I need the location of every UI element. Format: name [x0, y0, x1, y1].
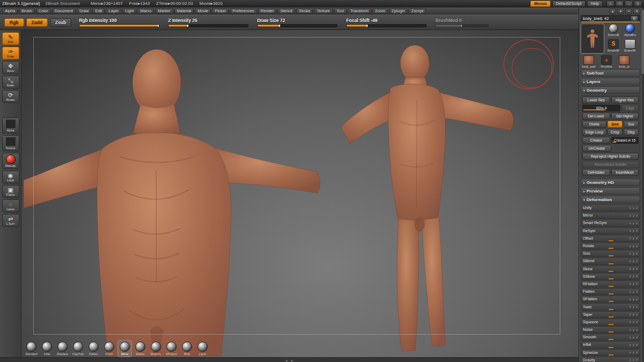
- slider-z-intensity-25[interactable]: Z Intensity 25: [168, 18, 248, 27]
- brush-blob[interactable]: Blob: [180, 341, 194, 357]
- reproject-higher-subdiv-button[interactable]: Reproject Higher Subdiv: [582, 153, 639, 160]
- window-control-icon[interactable]: ‹!›: [606, 1, 614, 7]
- scrollbar-thumb[interactable]: [642, 10, 644, 74]
- cage-button[interactable]: Cage: [621, 105, 639, 112]
- brush-layer[interactable]: Layer: [196, 341, 209, 357]
- reconstruct-subdiv-button[interactable]: Reconstruct Subdiv: [582, 161, 639, 168]
- tool-lasso-button[interactable]: ◌Lasso: [2, 200, 19, 212]
- axis-toggles[interactable]: x y z: [630, 328, 638, 331]
- section-geometry[interactable]: ▾ Geometry: [581, 86, 640, 94]
- window-control-icon[interactable]: —: [625, 1, 633, 7]
- menu-item-render[interactable]: Render: [258, 8, 277, 14]
- menu-item-tool[interactable]: Tool: [334, 8, 347, 14]
- brush-standard[interactable]: Standard: [25, 341, 38, 357]
- menu-item-zplugin[interactable]: Zplugin: [389, 8, 408, 14]
- tool-matcap-button[interactable]: MatCap: [2, 153, 19, 169]
- axis-toggles[interactable]: x y z: [630, 282, 638, 285]
- tool-texture-button[interactable]: Texture: [2, 135, 19, 151]
- slider-rgb-intensity-100[interactable]: Rgb Intensity 100: [79, 18, 159, 27]
- menu-item-edit[interactable]: Edit: [92, 8, 105, 14]
- axis-toggles[interactable]: x y z: [630, 275, 638, 278]
- restore-config-button[interactable]: R: [631, 16, 638, 21]
- menu-item-marker[interactable]: Marker: [155, 8, 173, 14]
- slider-focal-shift-49[interactable]: Focal Shift -49: [346, 18, 427, 27]
- menu-item-material[interactable]: Material: [174, 8, 194, 14]
- section-geometry-hd[interactable]: ▸ Geometry HD: [581, 179, 640, 186]
- menu-item-document[interactable]: Document: [52, 8, 76, 14]
- bottom-scrollbar[interactable]: ◂ ▸: [0, 357, 579, 362]
- shrink-icon[interactable]: ▪: [625, 9, 632, 14]
- thumbnail-alphabru[interactable]: AlphaBru: [622, 24, 638, 39]
- divide-button[interactable]: Divide: [582, 121, 606, 128]
- insert-mesh-button[interactable]: InsertMesh: [611, 169, 639, 176]
- deformation-slider-smooth[interactable]: Smoothx y z: [581, 334, 640, 341]
- deformation-slider-gravity[interactable]: Gravityx y z: [581, 357, 640, 362]
- uncrease-button[interactable]: UnCrease: [582, 145, 611, 152]
- deformation-button-smart-resym[interactable]: Smart ReSymx y z: [581, 219, 640, 226]
- slider-brushmod-0[interactable]: BrushMod 0: [435, 18, 489, 27]
- tool-scale-button[interactable]: ⤡Scale: [2, 76, 19, 88]
- axis-toggles[interactable]: x y z: [630, 336, 638, 339]
- mode-button-zsub[interactable]: Zsub: [50, 18, 71, 27]
- menu-item-stroke[interactable]: Stroke: [296, 8, 313, 14]
- deformation-slider-inflat[interactable]: Inflatx y z: [581, 341, 640, 348]
- deformation-button-unify[interactable]: Unifyx y z: [581, 204, 640, 211]
- crease-lvl-slider[interactable]: CreaseLvl 15: [611, 137, 639, 144]
- deformation-slider-spherize[interactable]: Spherizex y z: [581, 349, 640, 356]
- close-window-icon[interactable]: ✕: [634, 1, 642, 7]
- section-preview[interactable]: ▸ Preview: [581, 187, 640, 195]
- menu-item-transform[interactable]: Transform: [348, 8, 371, 14]
- brush-zproject[interactable]: ZProject: [165, 341, 178, 357]
- scroll-right-icon[interactable]: ▸: [291, 358, 293, 362]
- scroll-up-icon[interactable]: ▴: [609, 9, 616, 14]
- mode-button-zadd[interactable]: Zadd: [26, 18, 48, 27]
- section-layers[interactable]: ▸ Layers: [581, 78, 640, 85]
- deformation-slider-size[interactable]: Sizex y z: [581, 250, 640, 257]
- section-subtool[interactable]: ▸ SubTool: [581, 69, 640, 77]
- deformation-slider-twist[interactable]: Twistx y z: [581, 303, 640, 310]
- thumbnail-eraserbr[interactable]: EraserBr: [622, 39, 638, 54]
- crisp-toggle[interactable]: Crisp: [608, 129, 623, 136]
- higher-res-button[interactable]: Higher Res: [611, 97, 639, 104]
- document-canvas[interactable]: StandardInflatDisplaceClayTubiFlattenPin…: [21, 30, 579, 358]
- deformation-button-resym[interactable]: ReSymx y z: [581, 227, 640, 234]
- brush-inflat[interactable]: Inflat: [40, 341, 54, 357]
- active-tool-thumbnail[interactable]: [581, 24, 604, 54]
- thumbnail-simplebr[interactable]: SSimpleBr: [605, 39, 621, 54]
- menu-item-stencil[interactable]: Stencil: [277, 8, 295, 14]
- del-hidden-button[interactable]: DelHidden: [582, 169, 610, 176]
- menu-item-alpha[interactable]: Alpha: [2, 8, 18, 14]
- dock-icon[interactable]: ▾: [617, 9, 624, 14]
- axis-toggles[interactable]: x y z: [630, 237, 638, 240]
- axis-toggles[interactable]: x y z: [630, 245, 638, 248]
- thumbnail-body_awk[interactable]: body_awk: [581, 55, 597, 68]
- deformation-slider-taper[interactable]: Taperx y z: [581, 311, 640, 318]
- axis-toggles[interactable]: x y z: [630, 298, 638, 301]
- axis-toggles[interactable]: x y z: [630, 343, 638, 346]
- brush-claytubi[interactable]: ClayTubi: [71, 341, 85, 357]
- tool-frame-button[interactable]: ▣Frame: [2, 185, 19, 198]
- menu-item-movie[interactable]: Movie: [195, 8, 211, 14]
- mode-button-rgb[interactable]: Rgb: [4, 18, 24, 27]
- sdiv-slider[interactable]: SDiv 4: [582, 105, 620, 112]
- axis-toggles[interactable]: x y z: [630, 260, 638, 263]
- edge-loop-button[interactable]: Edge Loop: [582, 129, 606, 136]
- deformation-slider-squeeze[interactable]: Squeezex y z: [581, 319, 640, 326]
- thumbnail-sphereb[interactable]: SphereB: [605, 24, 621, 39]
- tool-move-button[interactable]: ✥Move: [2, 61, 19, 74]
- lower-res-button[interactable]: Lower Res: [582, 97, 610, 104]
- deformation-slider-sskew[interactable]: SSkewx y z: [581, 273, 640, 280]
- disp-toggle[interactable]: Disp: [624, 129, 639, 136]
- axis-toggles[interactable]: x y z: [630, 305, 638, 308]
- axis-toggles[interactable]: x y z: [630, 206, 638, 210]
- menu-item-macro[interactable]: Macro: [137, 8, 154, 14]
- slider-draw-size-72[interactable]: Draw Size 72: [257, 18, 338, 27]
- tool-l-sym-button[interactable]: ⇌L.Sym: [2, 214, 19, 227]
- menu-item-color[interactable]: Color: [36, 8, 51, 14]
- brush-displace[interactable]: Displace: [56, 341, 69, 357]
- tool-rotate-button[interactable]: ⟳Rotate: [2, 90, 19, 103]
- menu-item-picker[interactable]: Picker: [212, 8, 229, 14]
- suv-toggle[interactable]: Suv: [624, 121, 639, 128]
- thumbnail-body_lo[interactable]: body_lo: [616, 55, 632, 68]
- menu-item-preferences[interactable]: Preferences: [230, 8, 257, 14]
